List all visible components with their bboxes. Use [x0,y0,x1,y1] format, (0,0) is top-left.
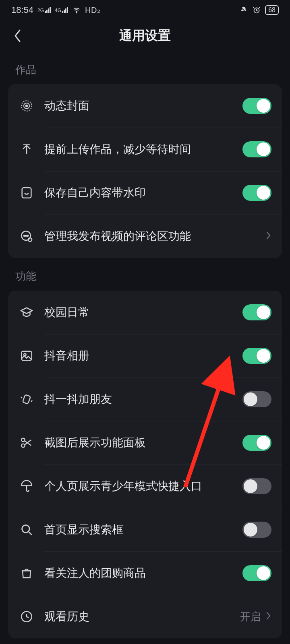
gallery-icon [19,348,35,364]
mute-icon [239,6,248,14]
status-bar: 18:54 2G 4G HD₂ 68 [0,0,290,20]
page-title: 通用设置 [119,27,171,45]
section-card: 校园日常 抖音相册 抖一抖加朋友 截图后展示功能面板 [8,291,282,638]
row-label: 提前上传作品，减少等待时间 [44,142,242,157]
signal-4g-icon: 4G [55,7,68,13]
row-home-search[interactable]: 首页显示搜索框 [8,508,282,551]
section-label: 作品 [8,52,282,84]
toggle-screenshot-panel[interactable] [242,435,271,451]
svg-point-4 [26,105,28,107]
toggle-shake[interactable] [242,391,271,407]
row-dynamic-cover[interactable]: 动态封面 [8,84,282,128]
toggle-watermark[interactable] [242,185,271,201]
header: 通用设置 [0,20,290,52]
target-icon [19,98,35,114]
wifi-icon [72,6,81,14]
bag-icon [19,565,35,581]
row-label: 个人页展示青少年模式快捷入口 [44,479,242,494]
row-preupload[interactable]: 提前上传作品，减少等待时间 [8,128,282,171]
status-time: 18:54 [11,5,33,15]
row-group-buy[interactable]: 看关注人的团购商品 [8,551,282,595]
row-watermark[interactable]: 保存自己内容带水印 [8,171,282,215]
save-icon [19,185,35,201]
row-teen-shortcut[interactable]: 个人页展示青少年模式快捷入口 [8,464,282,508]
svg-point-0 [76,12,77,13]
row-label: 抖音相册 [44,348,242,363]
row-campus[interactable]: 校园日常 [8,291,282,334]
section-features: 功能 校园日常 抖音相册 抖一抖加朋友 截 [0,258,290,638]
comment-cog-icon [19,228,35,244]
row-comment-settings[interactable]: 管理我发布视频的评论区功能 [8,215,282,258]
svg-point-7 [24,235,25,236]
chevron-right-icon [266,231,271,242]
search-icon [19,522,35,538]
chevron-right-icon [266,611,271,622]
section-works: 作品 动态封面 提前上传作品，减少等待时间 保存自己内容带水印 [0,52,290,258]
toggle-home-search[interactable] [242,522,271,538]
umbrella-icon [19,478,35,494]
toggle-campus[interactable] [242,304,271,320]
row-label: 首页显示搜索框 [44,522,242,537]
row-screenshot-panel[interactable]: 截图后展示功能面板 [8,421,282,464]
row-label: 管理我发布视频的评论区功能 [44,229,266,244]
row-label: 看关注人的团购商品 [44,566,242,581]
alarm-icon [252,6,261,14]
toggle-preupload[interactable] [242,141,271,157]
row-watch-history[interactable]: 观看历史 开启 [8,595,282,638]
row-label: 保存自己内容带水印 [44,185,242,200]
scissors-icon [19,435,35,451]
svg-point-8 [25,235,27,236]
svg-rect-11 [21,351,32,361]
toggle-group-buy[interactable] [242,565,271,581]
row-label: 动态封面 [44,98,242,114]
toggle-album[interactable] [242,348,271,364]
row-label: 抖一抖加朋友 [44,392,242,407]
upload-icon [19,141,35,157]
back-button[interactable] [10,28,26,44]
row-shake[interactable]: 抖一抖加朋友 [8,378,282,421]
svg-rect-5 [22,188,31,198]
graduation-icon [19,304,35,320]
row-trail-text: 开启 [240,610,261,624]
battery-indicator: 68 [265,5,279,15]
row-label: 观看历史 [44,609,240,624]
svg-rect-13 [23,394,31,404]
shake-icon [19,391,35,407]
toggle-dynamic-cover[interactable] [242,98,271,114]
signal-2g-icon: 2G [37,7,51,13]
status-left: 18:54 2G 4G HD₂ [11,5,100,15]
svg-point-16 [22,525,29,533]
toggle-teen-shortcut[interactable] [242,478,271,494]
section-label: 功能 [8,258,282,291]
clock-icon [19,609,35,625]
section-card: 动态封面 提前上传作品，减少等待时间 保存自己内容带水印 管理我发布视频的评论区… [8,84,282,258]
svg-point-9 [27,235,28,236]
status-right: 68 [239,5,279,15]
hd-indicator: HD₂ [85,5,100,15]
row-label: 截图后展示功能面板 [44,435,242,450]
row-album[interactable]: 抖音相册 [8,334,282,378]
row-label: 校园日常 [44,305,242,320]
